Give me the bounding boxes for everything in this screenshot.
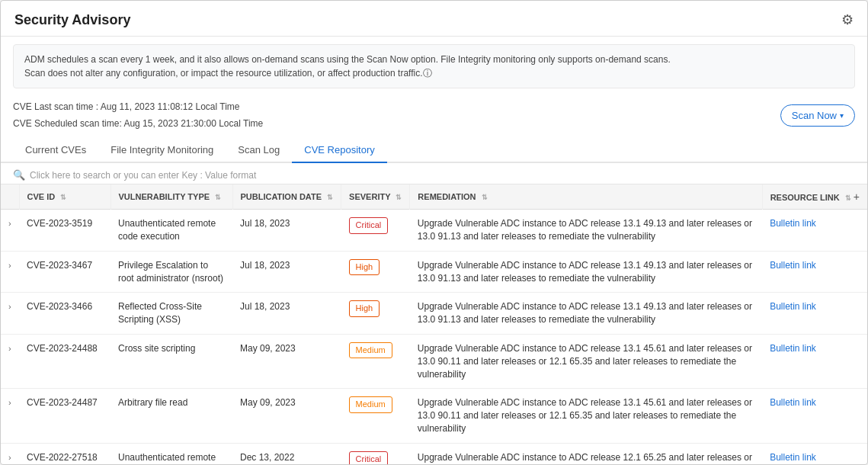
bulletin-link[interactable]: Bulletin link — [770, 301, 816, 312]
cve-id-cell: CVE-2023-24487 — [19, 389, 111, 443]
tab-current-cves[interactable]: Current CVEs — [13, 138, 98, 163]
cve-id-value: CVE-2022-27518 — [27, 452, 98, 463]
bulletin-link[interactable]: Bulletin link — [770, 260, 816, 271]
sort-icon-resource: ⇅ — [845, 194, 851, 202]
search-bar: 🔍 Click here to search or you can enter … — [1, 163, 867, 184]
severity-cell: Critical — [341, 443, 410, 464]
cve-id-cell: CVE-2023-3519 — [19, 210, 111, 252]
cve-table: CVE ID ⇅ VULNERABILITY TYPE ⇅ PUBLICATIO… — [1, 184, 867, 464]
pub-date-cell: May 09, 2023 — [232, 334, 341, 388]
expand-cell: › — [1, 251, 19, 293]
severity-badge: Critical — [349, 451, 389, 464]
severity-cell: Medium — [341, 389, 410, 443]
tabs-bar: Current CVEs File Integrity Monitoring S… — [1, 138, 867, 163]
settings-button[interactable]: ⚙ — [841, 11, 854, 28]
table-row: › CVE-2022-27518 Unauthenticated remote … — [1, 443, 867, 464]
expand-button[interactable]: › — [8, 344, 11, 353]
pub-date-cell: Jul 18, 2023 — [232, 251, 341, 293]
vuln-type-cell: Reflected Cross-Site Scripting (XSS) — [111, 293, 232, 335]
table-row: › CVE-2023-24488 Cross site scripting Ma… — [1, 334, 867, 388]
th-pub-date[interactable]: PUBLICATION DATE ⇅ — [232, 184, 341, 210]
th-vuln-type[interactable]: VULNERABILITY TYPE ⇅ — [111, 184, 232, 210]
severity-cell: Medium — [341, 334, 410, 388]
vuln-type-cell: Unauthenticated remote code execution — [111, 210, 232, 252]
remediation-cell: Upgrade Vulnerable ADC instance to ADC r… — [410, 210, 762, 252]
cve-id-value: CVE-2023-24488 — [27, 343, 98, 354]
sort-icon-vuln: ⇅ — [215, 194, 221, 201]
pub-date-cell: Jul 18, 2023 — [232, 293, 341, 335]
cve-id-cell: CVE-2022-27518 — [19, 443, 111, 464]
severity-cell: High — [341, 251, 410, 293]
severity-cell: High — [341, 293, 410, 335]
expand-cell: › — [1, 210, 19, 252]
cve-table-container: CVE ID ⇅ VULNERABILITY TYPE ⇅ PUBLICATIO… — [1, 184, 867, 464]
severity-badge: Critical — [349, 217, 389, 233]
tab-scan-log[interactable]: Scan Log — [226, 138, 292, 163]
last-scan-time: CVE Last scan time : Aug 11, 2023 11:08:… — [13, 99, 263, 116]
pub-date-cell: Jul 18, 2023 — [232, 210, 341, 252]
scan-row: CVE Last scan time : Aug 11, 2023 11:08:… — [1, 95, 867, 138]
th-cve-id[interactable]: CVE ID ⇅ — [19, 184, 111, 210]
main-window: Security Advisory ⚙ ADM schedules a scan… — [0, 0, 868, 465]
severity-badge: High — [349, 300, 380, 316]
search-placeholder[interactable]: Click here to search or you can enter Ke… — [30, 170, 256, 181]
scan-now-button[interactable]: Scan Now ▾ — [780, 104, 855, 127]
info-line2: Scan does not alter any configuration, o… — [24, 66, 844, 80]
th-resource-link[interactable]: RESOURCE LINK ⇅ + — [762, 184, 867, 210]
search-icon: 🔍 — [13, 169, 25, 181]
info-line1: ADM schedules a scan every 1 week, and i… — [24, 53, 844, 66]
expand-cell: › — [1, 293, 19, 335]
chevron-down-icon: ▾ — [840, 111, 844, 120]
title-bar: Security Advisory ⚙ — [1, 1, 867, 37]
remediation-cell: Upgrade Vulnerable ADC instance to ADC r… — [410, 293, 762, 335]
pub-date-cell: Dec 13, 2022 — [232, 443, 341, 464]
cve-id-value: CVE-2023-3467 — [27, 260, 92, 271]
expand-button[interactable]: › — [8, 398, 11, 407]
severity-cell: Critical — [341, 210, 410, 252]
sort-icon-cve: ⇅ — [60, 194, 66, 201]
bulletin-link[interactable]: Bulletin link — [770, 452, 816, 463]
th-remediation[interactable]: REMEDIATION ⇅ — [410, 184, 762, 210]
th-severity[interactable]: SEVERITY ⇅ — [341, 184, 410, 210]
scan-times: CVE Last scan time : Aug 11, 2023 11:08:… — [13, 99, 263, 132]
tab-cve-repository[interactable]: CVE Repository — [292, 138, 386, 163]
cve-id-cell: CVE-2023-3466 — [19, 293, 111, 335]
table-header-row: CVE ID ⇅ VULNERABILITY TYPE ⇅ PUBLICATIO… — [1, 184, 867, 210]
severity-badge: Medium — [349, 342, 392, 358]
cve-id-value: CVE-2023-3519 — [27, 218, 92, 229]
expand-cell: › — [1, 389, 19, 443]
cve-id-value: CVE-2023-3466 — [27, 301, 92, 312]
remediation-cell: Upgrade Vulnerable ADC instance to ADC r… — [410, 389, 762, 443]
resource-link-cell: Bulletin link — [762, 334, 867, 388]
expand-button[interactable]: › — [8, 302, 11, 311]
severity-badge: Medium — [349, 396, 392, 412]
bulletin-link[interactable]: Bulletin link — [770, 343, 816, 354]
scan-now-label: Scan Now — [792, 110, 837, 121]
remediation-cell: Upgrade Vulnerable ADC instance to ADC r… — [410, 443, 762, 464]
expand-button[interactable]: › — [8, 261, 11, 270]
vuln-type-cell: Privilege Escalation to root administrat… — [111, 251, 232, 293]
vuln-type-cell: Cross site scripting — [111, 334, 232, 388]
expand-button[interactable]: › — [8, 219, 11, 228]
expand-cell: › — [1, 334, 19, 388]
remediation-cell: Upgrade Vulnerable ADC instance to ADC r… — [410, 334, 762, 388]
remediation-cell: Upgrade Vulnerable ADC instance to ADC r… — [410, 251, 762, 293]
table-row: › CVE-2023-3467 Privilege Escalation to … — [1, 251, 867, 293]
sort-icon-date: ⇅ — [327, 194, 333, 201]
cve-id-cell: CVE-2023-24488 — [19, 334, 111, 388]
scheduled-scan-time: CVE Scheduled scan time: Aug 15, 2023 21… — [13, 116, 263, 133]
bulletin-link[interactable]: Bulletin link — [770, 397, 816, 408]
tab-file-integrity[interactable]: File Integrity Monitoring — [98, 138, 226, 163]
severity-badge: High — [349, 259, 380, 275]
add-column-button[interactable]: + — [854, 191, 860, 203]
bulletin-link[interactable]: Bulletin link — [770, 218, 816, 229]
resource-link-cell: Bulletin link — [762, 293, 867, 335]
sort-icon-severity: ⇅ — [396, 194, 402, 201]
page-title: Security Advisory — [14, 12, 130, 28]
expand-button[interactable]: › — [8, 453, 11, 462]
resource-link-cell: Bulletin link — [762, 210, 867, 252]
resource-link-cell: Bulletin link — [762, 389, 867, 443]
cve-id-cell: CVE-2023-3467 — [19, 251, 111, 293]
info-banner: ADM schedules a scan every 1 week, and i… — [13, 44, 855, 88]
table-row: › CVE-2023-3466 Reflected Cross-Site Scr… — [1, 293, 867, 335]
